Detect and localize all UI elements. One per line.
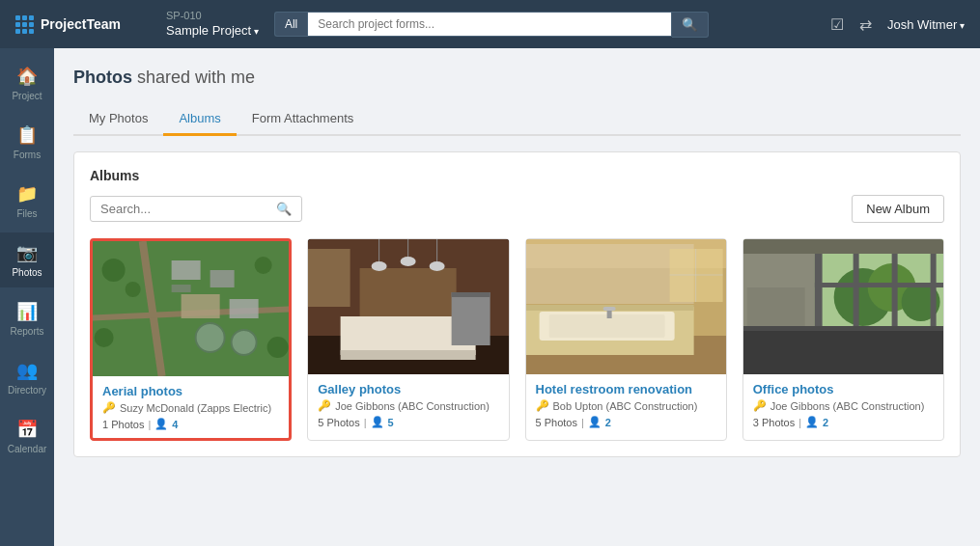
brand-name: ProjectTeam [41, 16, 121, 32]
search-input[interactable] [307, 12, 672, 37]
photos-icon: 📷 [16, 242, 38, 263]
album-thumb-galley [308, 239, 508, 374]
sidebar-item-forms[interactable]: 📋 Forms [0, 115, 54, 170]
album-thumb-office [743, 239, 943, 374]
album-meta-aerial: 1 Photos | 👤 4 [102, 418, 279, 430]
svg-rect-39 [602, 307, 615, 311]
album-search-input[interactable] [100, 202, 276, 216]
directory-icon: 👥 [16, 360, 38, 381]
files-icon: 📁 [16, 183, 38, 205]
members-icon-galley: 👤 [371, 416, 384, 428]
sidebar-item-directory[interactable]: 👥 Directory [0, 350, 54, 405]
page-title: Photos shared with me [73, 68, 961, 88]
album-name-galley: Galley photos [318, 382, 498, 396]
notifications-icon[interactable]: ☑ [830, 15, 844, 34]
album-card-galley[interactable]: Galley photos 🔑 Joe Gibbons (ABC Constru… [307, 238, 509, 441]
album-info-aerial: Aerial photos 🔑 Suzy McDonald (Zapps Ele… [93, 376, 289, 438]
members-count-office[interactable]: 2 [823, 417, 828, 428]
shuffle-icon[interactable]: ⇄ [859, 15, 872, 34]
album-owner-hotel: 🔑 Bob Upton (ABC Construction) [536, 399, 716, 412]
albums-panel: Albums 🔍 New Album [73, 151, 961, 457]
svg-point-9 [126, 282, 141, 297]
sidebar-item-files[interactable]: 📁 Files [0, 174, 54, 229]
members-count-galley[interactable]: 5 [388, 417, 394, 428]
tab-albums[interactable]: Albums [163, 103, 236, 136]
sidebar-item-photos[interactable]: 📷 Photos [0, 232, 54, 287]
svg-point-11 [255, 257, 272, 274]
project-name: Sample Project [166, 23, 259, 40]
svg-rect-56 [743, 326, 943, 331]
members-count-hotel[interactable]: 2 [605, 417, 611, 428]
album-name-office: Office photos [753, 382, 934, 396]
svg-point-21 [372, 261, 387, 271]
tab-my-photos[interactable]: My Photos [73, 103, 163, 136]
album-meta-hotel: 5 Photos | 👤 2 [536, 416, 716, 428]
sidebar-item-reports[interactable]: 📊 Reports [0, 291, 54, 346]
albums-header: Albums [90, 168, 944, 183]
brand-logo[interactable]: ProjectTeam [15, 15, 151, 34]
sidebar: 🏠 Project 📋 Forms 📁 Files 📷 Photos 📊 Rep… [0, 48, 54, 546]
svg-point-23 [401, 257, 416, 266]
album-search-icon: 🔍 [276, 202, 292, 216]
album-owner-galley: 🔑 Joe Gibbons (ABC Construction) [318, 399, 498, 412]
home-icon: 🏠 [16, 66, 38, 87]
svg-rect-17 [360, 268, 457, 316]
nav-right: ☑ ⇄ Josh Witmer [830, 15, 965, 34]
album-search-wrap: 🔍 [90, 196, 302, 222]
search-submit-button[interactable]: 🔍 [672, 12, 709, 38]
sidebar-item-project[interactable]: 🏠 Project [0, 56, 54, 111]
svg-rect-28 [308, 249, 350, 307]
sidebar-label-photos: Photos [12, 267, 42, 278]
album-info-galley: Galley photos 🔑 Joe Gibbons (ABC Constru… [308, 374, 508, 436]
album-thumb-aerial [93, 241, 289, 376]
album-meta-galley: 5 Photos | 👤 5 [318, 416, 498, 428]
calendar-icon: 📅 [16, 419, 38, 440]
svg-rect-55 [743, 239, 943, 254]
svg-rect-27 [452, 292, 490, 297]
sidebar-item-calendar[interactable]: 📅 Calendar [0, 409, 54, 464]
svg-rect-35 [526, 244, 694, 304]
albums-toolbar: 🔍 New Album [90, 195, 944, 223]
sidebar-label-forms: Forms [14, 150, 41, 160]
svg-point-7 [232, 330, 257, 355]
sidebar-label-project: Project [12, 91, 42, 101]
new-album-button[interactable]: New Album [852, 195, 944, 223]
content-area: Photos shared with me My Photos Albums F… [54, 48, 980, 546]
sidebar-label-reports: Reports [10, 326, 43, 337]
reports-icon: 📊 [16, 301, 38, 322]
project-info[interactable]: SP-010 Sample Project [166, 9, 259, 39]
album-name-aerial: Aerial photos [102, 384, 279, 398]
project-id: SP-010 [166, 9, 259, 22]
top-nav: ProjectTeam SP-010 Sample Project All 🔍 … [0, 0, 980, 48]
members-icon-hotel: 👤 [588, 416, 602, 428]
members-icon-office: 👤 [805, 416, 819, 428]
album-card-aerial[interactable]: Aerial photos 🔑 Suzy McDonald (Zapps Ele… [90, 238, 292, 441]
owner-icon-aerial: 🔑 [102, 401, 116, 414]
tab-form-attachments[interactable]: Form Attachments [237, 103, 369, 136]
svg-point-8 [102, 259, 126, 282]
forms-icon: 📋 [16, 124, 38, 146]
svg-rect-5 [230, 299, 259, 318]
user-menu-button[interactable]: Josh Witmer [887, 17, 965, 32]
search-filter-button[interactable]: All [274, 12, 307, 37]
svg-rect-57 [746, 287, 804, 326]
svg-rect-53 [814, 283, 943, 287]
svg-rect-19 [341, 350, 476, 360]
sidebar-label-files: Files [16, 208, 37, 219]
svg-rect-2 [172, 260, 201, 280]
album-owner-office: 🔑 Joe Gibbons (ABC Construction) [753, 399, 934, 412]
members-count-aerial[interactable]: 4 [172, 419, 178, 430]
svg-rect-13 [172, 285, 191, 292]
album-grid: Aerial photos 🔑 Suzy McDonald (Zapps Ele… [90, 238, 944, 441]
sidebar-label-calendar: Calendar [8, 444, 47, 454]
album-card-hotel[interactable]: Hotel restroom renovation 🔑 Bob Upton (A… [525, 238, 727, 441]
album-card-office[interactable]: Office photos 🔑 Joe Gibbons (ABC Constru… [742, 238, 944, 441]
svg-point-25 [430, 261, 445, 271]
album-name-hotel: Hotel restroom renovation [536, 382, 716, 396]
svg-rect-48 [743, 326, 943, 374]
svg-point-12 [267, 337, 289, 358]
main-layout: 🏠 Project 📋 Forms 📁 Files 📷 Photos 📊 Rep… [0, 48, 980, 546]
members-icon-aerial: 👤 [154, 418, 168, 430]
svg-rect-26 [452, 292, 490, 345]
global-search: All 🔍 [274, 12, 709, 38]
